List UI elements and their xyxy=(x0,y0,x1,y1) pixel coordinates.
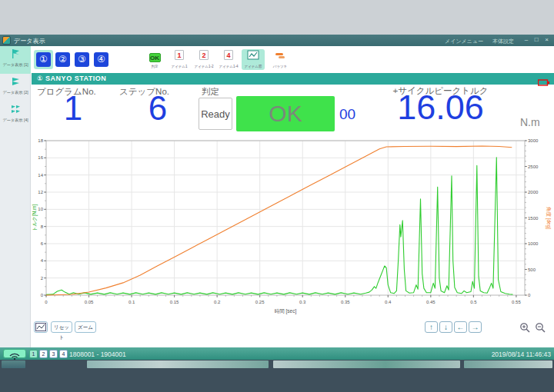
station-button-1[interactable]: ① xyxy=(36,52,51,67)
menu-main-menu[interactable]: メインメニュー xyxy=(445,38,483,44)
station-button-3[interactable]: ③ xyxy=(75,52,89,67)
tool-item-1-4[interactable]: 4 アイテム1-4 xyxy=(217,49,240,68)
svg-text:2500: 2500 xyxy=(528,164,539,169)
judge-result-box: OK xyxy=(236,96,335,131)
svg-text:14: 14 xyxy=(38,173,43,178)
data-view-icon xyxy=(11,104,21,115)
svg-text:0.35: 0.35 xyxy=(341,300,350,304)
svg-text:0: 0 xyxy=(45,300,48,304)
judge-label: 判定 xyxy=(202,86,219,98)
sidebar-item-label: データ表示 [4] xyxy=(1,118,30,123)
station-button-2[interactable]: ② xyxy=(55,52,70,67)
tool-scatter[interactable]: バラツキ xyxy=(269,49,292,68)
svg-text:500: 500 xyxy=(528,267,536,272)
svg-text:角度 [deg]: 角度 [deg] xyxy=(546,207,552,229)
datetime: 2019/08/14 11:46:43 xyxy=(492,350,551,358)
judge-ok-icon: OK xyxy=(149,53,161,62)
svg-text:トルク[N.m]: トルク[N.m] xyxy=(32,204,38,232)
wifi-button[interactable] xyxy=(3,349,26,358)
close-button[interactable]: × xyxy=(542,36,551,43)
svg-text:0.55: 0.55 xyxy=(512,300,521,304)
judge-code: 00 xyxy=(339,106,355,123)
status-tab-2[interactable]: 2 xyxy=(39,350,48,358)
status-tab-3[interactable]: 3 xyxy=(49,350,58,358)
svg-text:0.2: 0.2 xyxy=(214,300,221,304)
titlebar: データ表示 メインメニュー 本体設定 – □ × xyxy=(0,35,554,46)
station-button-4[interactable]: ④ xyxy=(94,52,108,67)
minimize-button[interactable]: – xyxy=(522,36,531,43)
svg-text:12: 12 xyxy=(38,190,43,194)
svg-text:時間 [sec]: 時間 [sec] xyxy=(275,308,297,314)
battery-icon xyxy=(538,75,549,89)
ready-status: Ready xyxy=(199,98,232,130)
menu-settings[interactable]: 本体設定 xyxy=(492,38,514,44)
data-range: 1808001 - 1904001 xyxy=(69,350,126,358)
tool-item-1-2[interactable]: 2 アイテム1-2 xyxy=(192,49,215,68)
svg-text:0.5: 0.5 xyxy=(470,300,477,304)
document-icon: 4 xyxy=(224,50,233,60)
svg-text:18: 18 xyxy=(38,138,43,143)
arrow-down-button[interactable]: ↓ xyxy=(439,321,452,333)
svg-text:1500: 1500 xyxy=(528,216,539,221)
svg-text:1000: 1000 xyxy=(528,241,539,246)
desktop-thumbnail xyxy=(273,360,460,368)
sidebar-item-data-view-1[interactable]: データ表示 [1] xyxy=(0,46,31,74)
zoom-out-icon[interactable] xyxy=(534,322,547,333)
desktop-thumbnail xyxy=(464,360,552,368)
maximize-button[interactable]: □ xyxy=(532,36,541,43)
arrow-left-button[interactable]: ← xyxy=(454,321,467,333)
tool-item-graph[interactable]: アイテム図 xyxy=(242,49,265,70)
svg-text:0.15: 0.15 xyxy=(170,300,179,304)
document-icon: 2 xyxy=(199,50,209,60)
torque-unit: N.m xyxy=(520,116,540,128)
status-bar: 1 2 3 4 1808001 - 1904001 2019/08/14 11:… xyxy=(0,347,554,360)
svg-text:10: 10 xyxy=(38,207,43,211)
desktop-thumbnail xyxy=(87,360,269,368)
torque-value: 16.06 xyxy=(365,90,516,125)
program-no-value: 1 xyxy=(38,91,108,125)
svg-text:6: 6 xyxy=(41,241,44,246)
sidebar-item-data-view-4[interactable]: データ表示 [4] xyxy=(0,101,31,129)
window-title: データ表示 xyxy=(14,37,45,45)
sidebar-item-data-view-2[interactable]: データ表示 [2] xyxy=(0,74,31,101)
step-no-value: 6 xyxy=(123,91,192,125)
svg-text:0.1: 0.1 xyxy=(128,300,135,304)
chart-canvas: 00.050.10.150.20.250.30.350.40.450.50.55… xyxy=(31,137,552,318)
svg-text:0.05: 0.05 xyxy=(85,300,94,304)
sidebar-item-label: データ表示 [1] xyxy=(1,62,30,68)
arrow-right-button[interactable]: → xyxy=(469,321,482,333)
scatter-icon xyxy=(275,49,286,58)
svg-text:16: 16 xyxy=(38,155,43,160)
reset-button[interactable]: リセット xyxy=(51,321,72,333)
sidebar-item-label: データ表示 [2] xyxy=(1,90,30,95)
svg-text:4: 4 xyxy=(41,258,44,263)
data-view-icon xyxy=(11,48,21,59)
screen: データ表示 メインメニュー 本体設定 – □ × データ表示 [1] xyxy=(0,0,554,392)
desktop-thumbnail xyxy=(2,360,25,368)
tool-item-1[interactable]: 1 アイテム1 xyxy=(168,49,191,68)
svg-text:8: 8 xyxy=(41,224,44,229)
zoom-button[interactable]: ズーム xyxy=(75,321,96,333)
graph-mode-button[interactable] xyxy=(34,321,48,333)
svg-text:0.4: 0.4 xyxy=(385,300,392,304)
svg-text:0.45: 0.45 xyxy=(426,300,436,304)
station-title: ① SANYO STATION xyxy=(37,75,106,82)
svg-text:0: 0 xyxy=(41,293,44,297)
station-bar: ① SANYO STATION xyxy=(32,73,554,85)
arrow-up-button[interactable]: ↑ xyxy=(425,321,438,333)
document-icon: 1 xyxy=(175,50,184,60)
status-tab-4[interactable]: 4 xyxy=(59,350,68,358)
tool-judge[interactable]: OK 判定 xyxy=(143,49,166,68)
wifi-icon xyxy=(8,352,21,360)
app-window: データ表示 メインメニュー 本体設定 – □ × データ表示 [1] xyxy=(0,35,554,360)
torque-angle-chart: 00.050.10.150.20.250.30.350.40.450.50.55… xyxy=(31,137,552,318)
sidebar: データ表示 [1] データ表示 [2] データ表示 [4] xyxy=(0,46,31,347)
svg-text:0: 0 xyxy=(528,293,531,297)
data-view-icon xyxy=(11,76,21,87)
line-chart-icon xyxy=(247,49,259,59)
zoom-in-icon[interactable] xyxy=(519,322,532,333)
toolbar: ① ② ③ ④ OK 判定 1 アイテム1 2 アイテム1-2 4 アイテム1-… xyxy=(32,46,554,72)
svg-text:0.3: 0.3 xyxy=(299,300,306,304)
status-tab-1[interactable]: 1 xyxy=(29,350,38,358)
svg-text:3000: 3000 xyxy=(528,138,539,143)
